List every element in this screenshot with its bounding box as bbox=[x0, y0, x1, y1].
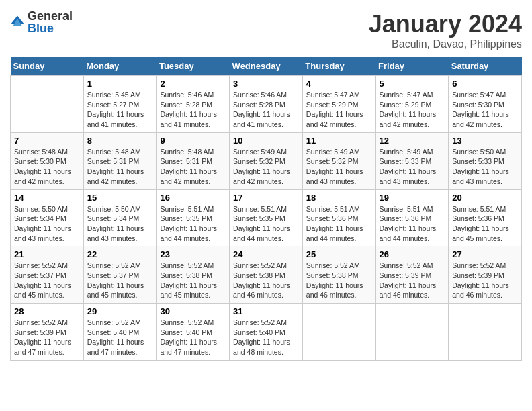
day-info: Sunrise: 5:52 AMSunset: 5:37 PMDaylight:… bbox=[87, 261, 153, 300]
weekday-header-friday: Friday bbox=[375, 57, 449, 76]
calendar-cell: 18Sunrise: 5:51 AMSunset: 5:36 PMDayligh… bbox=[302, 189, 375, 246]
calendar-week-row: 1Sunrise: 5:45 AMSunset: 5:27 PMDaylight… bbox=[11, 76, 522, 133]
calendar-cell: 4Sunrise: 5:47 AMSunset: 5:29 PMDaylight… bbox=[302, 76, 375, 133]
page-header: General Blue January 2024 Baculin, Davao… bbox=[10, 10, 522, 50]
calendar-cell: 31Sunrise: 5:52 AMSunset: 5:40 PMDayligh… bbox=[230, 304, 303, 361]
day-number: 14 bbox=[14, 193, 80, 203]
day-info: Sunrise: 5:52 AMSunset: 5:38 PMDaylight:… bbox=[233, 261, 299, 300]
month-title: January 2024 bbox=[369, 10, 522, 38]
day-info: Sunrise: 5:49 AMSunset: 5:32 PMDaylight:… bbox=[306, 147, 372, 187]
day-number: 26 bbox=[380, 249, 445, 259]
calendar-cell: 12Sunrise: 5:49 AMSunset: 5:33 PMDayligh… bbox=[375, 132, 449, 189]
day-info: Sunrise: 5:45 AMSunset: 5:27 PMDaylight:… bbox=[87, 90, 153, 130]
day-info: Sunrise: 5:51 AMSunset: 5:35 PMDaylight:… bbox=[233, 204, 299, 244]
day-number: 9 bbox=[160, 136, 226, 146]
day-info: Sunrise: 5:49 AMSunset: 5:32 PMDaylight:… bbox=[233, 147, 299, 187]
day-number: 22 bbox=[87, 249, 153, 259]
day-info: Sunrise: 5:52 AMSunset: 5:39 PMDaylight:… bbox=[380, 261, 445, 300]
day-number: 16 bbox=[160, 193, 226, 203]
calendar-cell: 2Sunrise: 5:46 AMSunset: 5:28 PMDaylight… bbox=[157, 76, 230, 133]
day-number: 25 bbox=[306, 249, 372, 259]
day-info: Sunrise: 5:52 AMSunset: 5:40 PMDaylight:… bbox=[233, 318, 299, 357]
day-info: Sunrise: 5:47 AMSunset: 5:30 PMDaylight:… bbox=[452, 90, 518, 130]
day-info: Sunrise: 5:52 AMSunset: 5:38 PMDaylight:… bbox=[160, 261, 226, 300]
day-number: 29 bbox=[87, 306, 153, 316]
calendar-cell: 24Sunrise: 5:52 AMSunset: 5:38 PMDayligh… bbox=[230, 246, 303, 304]
calendar-cell: 25Sunrise: 5:52 AMSunset: 5:38 PMDayligh… bbox=[302, 246, 375, 304]
day-info: Sunrise: 5:46 AMSunset: 5:28 PMDaylight:… bbox=[160, 90, 226, 130]
day-number: 30 bbox=[160, 306, 226, 316]
day-number: 6 bbox=[452, 79, 518, 89]
calendar-cell: 15Sunrise: 5:50 AMSunset: 5:34 PMDayligh… bbox=[83, 189, 157, 246]
day-number: 24 bbox=[233, 249, 299, 259]
day-number: 18 bbox=[306, 193, 372, 203]
day-number: 7 bbox=[14, 136, 80, 146]
day-info: Sunrise: 5:46 AMSunset: 5:28 PMDaylight:… bbox=[233, 90, 299, 130]
day-info: Sunrise: 5:51 AMSunset: 5:35 PMDaylight:… bbox=[160, 204, 226, 244]
calendar-table: SundayMondayTuesdayWednesdayThursdayFrid… bbox=[10, 57, 522, 361]
calendar-cell: 3Sunrise: 5:46 AMSunset: 5:28 PMDaylight… bbox=[230, 76, 303, 133]
logo-general-text: General bbox=[28, 10, 73, 22]
day-info: Sunrise: 5:52 AMSunset: 5:40 PMDaylight:… bbox=[87, 318, 153, 357]
calendar-cell: 30Sunrise: 5:52 AMSunset: 5:40 PMDayligh… bbox=[157, 304, 230, 361]
calendar-cell: 20Sunrise: 5:51 AMSunset: 5:36 PMDayligh… bbox=[449, 189, 522, 246]
day-number: 12 bbox=[380, 136, 445, 146]
weekday-header-tuesday: Tuesday bbox=[157, 57, 230, 76]
day-number: 21 bbox=[14, 249, 80, 259]
day-info: Sunrise: 5:48 AMSunset: 5:31 PMDaylight:… bbox=[87, 147, 153, 187]
day-number: 19 bbox=[380, 193, 445, 203]
calendar-cell: 11Sunrise: 5:49 AMSunset: 5:32 PMDayligh… bbox=[302, 132, 375, 189]
weekday-header-thursday: Thursday bbox=[302, 57, 375, 76]
day-info: Sunrise: 5:51 AMSunset: 5:36 PMDaylight:… bbox=[380, 204, 445, 244]
calendar-week-row: 21Sunrise: 5:52 AMSunset: 5:37 PMDayligh… bbox=[11, 246, 522, 304]
calendar-cell: 13Sunrise: 5:50 AMSunset: 5:33 PMDayligh… bbox=[449, 132, 522, 189]
day-number: 28 bbox=[14, 306, 80, 316]
title-area: January 2024 Baculin, Davao, Philippines bbox=[369, 10, 522, 50]
calendar-cell: 8Sunrise: 5:48 AMSunset: 5:31 PMDaylight… bbox=[83, 132, 157, 189]
day-number: 27 bbox=[452, 249, 518, 259]
calendar-cell bbox=[449, 304, 522, 361]
day-number: 4 bbox=[306, 79, 372, 89]
day-number: 8 bbox=[87, 136, 153, 146]
day-number: 20 bbox=[452, 193, 518, 203]
weekday-header-saturday: Saturday bbox=[449, 57, 522, 76]
calendar-cell: 16Sunrise: 5:51 AMSunset: 5:35 PMDayligh… bbox=[157, 189, 230, 246]
calendar-cell: 21Sunrise: 5:52 AMSunset: 5:37 PMDayligh… bbox=[11, 246, 84, 304]
day-info: Sunrise: 5:51 AMSunset: 5:36 PMDaylight:… bbox=[452, 204, 518, 244]
day-info: Sunrise: 5:47 AMSunset: 5:29 PMDaylight:… bbox=[306, 90, 372, 130]
day-number: 1 bbox=[87, 79, 153, 89]
weekday-header-monday: Monday bbox=[83, 57, 157, 76]
day-info: Sunrise: 5:50 AMSunset: 5:33 PMDaylight:… bbox=[452, 147, 518, 187]
calendar-cell: 7Sunrise: 5:48 AMSunset: 5:30 PMDaylight… bbox=[11, 132, 84, 189]
day-number: 23 bbox=[160, 249, 226, 259]
calendar-week-row: 28Sunrise: 5:52 AMSunset: 5:39 PMDayligh… bbox=[11, 304, 522, 361]
day-info: Sunrise: 5:49 AMSunset: 5:33 PMDaylight:… bbox=[380, 147, 445, 187]
calendar-cell: 5Sunrise: 5:47 AMSunset: 5:29 PMDaylight… bbox=[375, 76, 449, 133]
calendar-week-row: 14Sunrise: 5:50 AMSunset: 5:34 PMDayligh… bbox=[11, 189, 522, 246]
calendar-cell: 27Sunrise: 5:52 AMSunset: 5:39 PMDayligh… bbox=[449, 246, 522, 304]
day-info: Sunrise: 5:52 AMSunset: 5:38 PMDaylight:… bbox=[306, 261, 372, 300]
calendar-cell: 23Sunrise: 5:52 AMSunset: 5:38 PMDayligh… bbox=[157, 246, 230, 304]
calendar-cell bbox=[11, 76, 84, 133]
calendar-cell: 22Sunrise: 5:52 AMSunset: 5:37 PMDayligh… bbox=[83, 246, 157, 304]
day-number: 15 bbox=[87, 193, 153, 203]
day-info: Sunrise: 5:50 AMSunset: 5:34 PMDaylight:… bbox=[87, 204, 153, 244]
day-number: 11 bbox=[306, 136, 372, 146]
calendar-cell: 9Sunrise: 5:48 AMSunset: 5:31 PMDaylight… bbox=[157, 132, 230, 189]
weekday-header-row: SundayMondayTuesdayWednesdayThursdayFrid… bbox=[11, 57, 522, 76]
location-text: Baculin, Davao, Philippines bbox=[369, 38, 522, 50]
calendar-cell: 14Sunrise: 5:50 AMSunset: 5:34 PMDayligh… bbox=[11, 189, 84, 246]
logo-icon bbox=[10, 15, 25, 30]
day-info: Sunrise: 5:50 AMSunset: 5:34 PMDaylight:… bbox=[14, 204, 80, 244]
calendar-week-row: 7Sunrise: 5:48 AMSunset: 5:30 PMDaylight… bbox=[11, 132, 522, 189]
calendar-cell: 17Sunrise: 5:51 AMSunset: 5:35 PMDayligh… bbox=[230, 189, 303, 246]
calendar-cell: 19Sunrise: 5:51 AMSunset: 5:36 PMDayligh… bbox=[375, 189, 449, 246]
weekday-header-sunday: Sunday bbox=[11, 57, 84, 76]
calendar-cell: 10Sunrise: 5:49 AMSunset: 5:32 PMDayligh… bbox=[230, 132, 303, 189]
weekday-header-wednesday: Wednesday bbox=[230, 57, 303, 76]
day-number: 17 bbox=[233, 193, 299, 203]
day-info: Sunrise: 5:52 AMSunset: 5:37 PMDaylight:… bbox=[14, 261, 80, 300]
calendar-cell: 26Sunrise: 5:52 AMSunset: 5:39 PMDayligh… bbox=[375, 246, 449, 304]
day-info: Sunrise: 5:52 AMSunset: 5:39 PMDaylight:… bbox=[452, 261, 518, 300]
day-info: Sunrise: 5:47 AMSunset: 5:29 PMDaylight:… bbox=[380, 90, 445, 130]
